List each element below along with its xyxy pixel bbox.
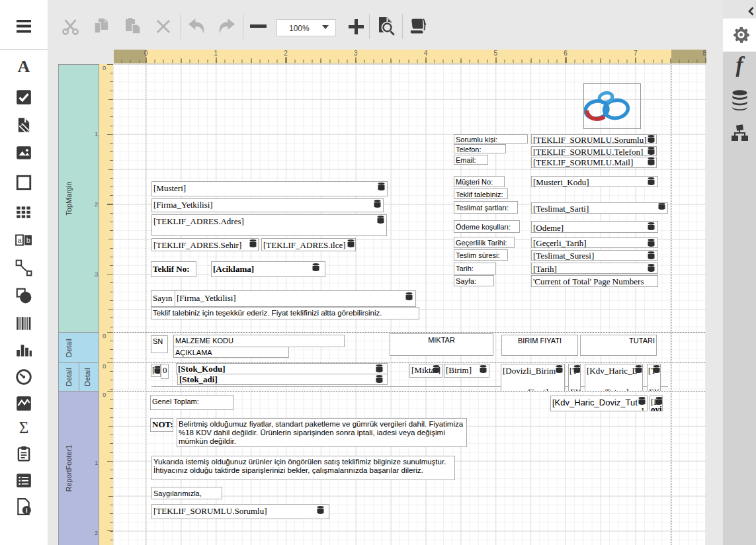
svg-text:a: a xyxy=(17,236,22,244)
svg-text:i: i xyxy=(26,507,28,514)
svg-text:b: b xyxy=(26,236,30,244)
